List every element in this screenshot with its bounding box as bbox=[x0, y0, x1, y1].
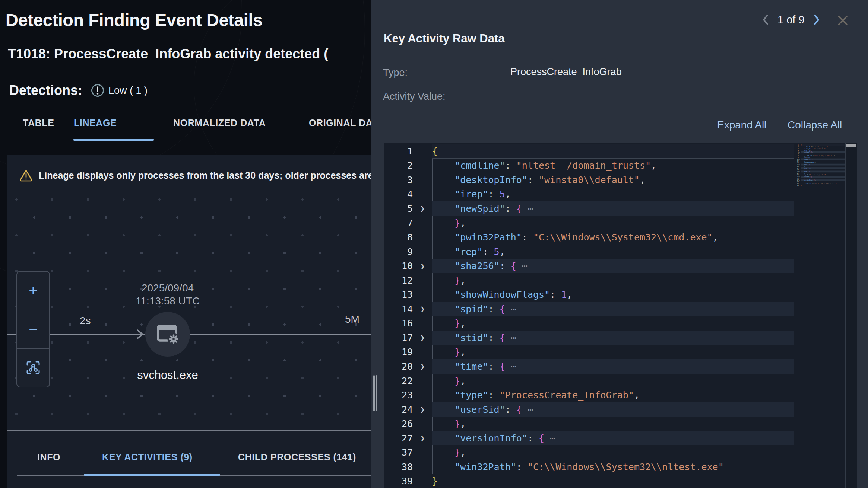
line-number: 12 bbox=[795, 160, 799, 162]
tab-key-activities[interactable]: KEY ACTIVITIES (9) bbox=[102, 452, 193, 463]
next-activity-button[interactable] bbox=[812, 13, 821, 26]
close-panel-button[interactable] bbox=[836, 14, 849, 27]
zoom-out-button[interactable]: − bbox=[17, 310, 49, 348]
line-number: 24 bbox=[795, 176, 799, 178]
panel-resize-handle[interactable] bbox=[376, 375, 377, 411]
expand-all-button[interactable]: Expand All bbox=[717, 119, 766, 131]
fold-chevron-icon[interactable]: ❯ bbox=[413, 333, 432, 342]
line-number: 23 bbox=[795, 175, 799, 176]
severity-count: ( 1 ) bbox=[130, 85, 148, 96]
line-number: 37 bbox=[795, 181, 799, 183]
line-number: 22 bbox=[795, 173, 799, 174]
detection-details-pane: Detection Finding Event Details T1018: P… bbox=[0, 0, 371, 488]
code-line: 9 "rep": 5, bbox=[384, 245, 794, 259]
line-number: 27 bbox=[795, 180, 799, 181]
chevron-right-icon bbox=[812, 13, 821, 26]
fit-view-button[interactable] bbox=[17, 348, 49, 387]
lineage-graph-canvas[interactable]: 2s 5M 2025/09/04 11:13:58 UTC bbox=[7, 192, 371, 430]
code-line-content: "pwin32Path": "C:\\Windows\\System32\\cm… bbox=[432, 230, 794, 245]
line-number: 13 bbox=[795, 162, 799, 164]
code-line-content: "desktopInfo": "winsta0\\default", bbox=[432, 173, 794, 187]
severity-level: Low bbox=[108, 85, 127, 96]
line-number: 4 bbox=[384, 189, 413, 200]
fold-chevron-icon[interactable]: ❯ bbox=[413, 204, 432, 213]
bottom-active-tab-indicator bbox=[84, 474, 220, 476]
detections-row: Detections: Low ( 1 ) bbox=[9, 83, 148, 98]
tab-child-processes[interactable]: CHILD PROCESSES (141) bbox=[238, 452, 356, 463]
line-number: 19 bbox=[384, 347, 413, 357]
line-number: 3 bbox=[795, 148, 799, 150]
timeline-duration-label: 2s bbox=[80, 315, 91, 327]
tab-lineage[interactable]: LINEAGE bbox=[74, 118, 117, 128]
code-line: 17❯ "stid": { ⋯ bbox=[384, 331, 794, 345]
code-line: 20❯ "time": { ⋯ bbox=[384, 359, 794, 374]
code-line-content: }, bbox=[432, 445, 794, 460]
warning-triangle-icon bbox=[19, 169, 33, 182]
fold-chevron-icon[interactable]: ❯ bbox=[413, 262, 432, 271]
timeline-arrow-icon bbox=[134, 328, 145, 341]
page-title: Detection Finding Event Details bbox=[6, 10, 263, 30]
fold-chevron-icon[interactable]: ❯ bbox=[413, 434, 432, 443]
code-line-content: "stid": { ⋯ bbox=[432, 331, 794, 345]
code-line: 12 }, bbox=[384, 273, 794, 288]
code-line-content: }, bbox=[432, 273, 794, 288]
code-line-content: } bbox=[801, 185, 845, 186]
editor-scrollbar-track[interactable] bbox=[845, 143, 857, 488]
node-time-utc: 11:13:58 UTC bbox=[112, 294, 224, 307]
code-line-content: "versionInfo": { ⋯ bbox=[432, 431, 794, 446]
process-name: svchost.exe bbox=[112, 369, 224, 382]
finding-title: T1018: ProcessCreate_InfoGrab activity d… bbox=[8, 46, 328, 62]
code-line-content: "newSpid": { ⋯ bbox=[432, 201, 794, 216]
fold-chevron-icon[interactable]: ❯ bbox=[413, 362, 432, 371]
code-line: 16 }, bbox=[384, 316, 794, 331]
line-number: 7 bbox=[384, 218, 413, 229]
zoom-in-button[interactable]: + bbox=[17, 272, 49, 310]
line-number: 24 bbox=[384, 404, 413, 415]
fold-chevron-icon[interactable]: ❯ bbox=[413, 405, 432, 414]
line-number: 3 bbox=[384, 175, 413, 185]
line-number: 39 bbox=[384, 476, 413, 487]
line-number: 19 bbox=[795, 169, 799, 170]
line-number: 10 bbox=[795, 159, 799, 160]
code-line-content: "sha256": { ⋯ bbox=[432, 259, 794, 273]
code-minimap[interactable]: 1{2 "cmdline": "nltest /domain_trusts",3… bbox=[795, 144, 846, 487]
code-line: 8 "pwin32Path": "C:\\Windows\\System32\\… bbox=[384, 230, 794, 245]
lineage-panel: Lineage displays only processes from the… bbox=[7, 155, 371, 488]
line-number: 26 bbox=[795, 178, 799, 179]
collapse-all-button[interactable]: Collapse All bbox=[788, 119, 842, 131]
code-line-content: "cmdline": "nltest /domain_trusts", bbox=[432, 159, 794, 173]
editor-scrollbar-thumb[interactable] bbox=[846, 144, 856, 147]
code-line: 39} bbox=[384, 474, 794, 488]
code-line: 23 "type": "ProcessCreate_InfoGrab", bbox=[384, 388, 794, 402]
code-line: 14❯ "spid": { ⋯ bbox=[384, 302, 794, 316]
process-node[interactable] bbox=[145, 312, 190, 357]
code-line: 5❯ "newSpid": { ⋯ bbox=[384, 201, 794, 216]
timeline-duration-label-right: 5M bbox=[345, 313, 359, 325]
pager-position: 1 of 9 bbox=[777, 14, 805, 26]
line-number: 9 bbox=[795, 157, 799, 159]
chevron-left-icon bbox=[761, 13, 770, 26]
tab-info[interactable]: INFO bbox=[37, 452, 60, 463]
code-line-content: "rep": 5, bbox=[432, 245, 794, 259]
fold-chevron-icon[interactable]: ❯ bbox=[413, 304, 432, 313]
close-icon bbox=[836, 14, 849, 27]
code-line: 39} bbox=[795, 185, 845, 186]
tab-table[interactable]: TABLE bbox=[23, 118, 54, 128]
activity-pager: 1 of 9 bbox=[761, 13, 821, 26]
tab-normalized-data[interactable]: NORMALIZED DATA bbox=[173, 118, 266, 128]
tab-original-data[interactable]: ORIGINAL DATA bbox=[309, 118, 371, 128]
line-number: 8 bbox=[795, 155, 799, 157]
line-number: 4 bbox=[795, 150, 799, 151]
code-line-content: "userSid": { ⋯ bbox=[432, 402, 794, 417]
code-line-content: "time": { ⋯ bbox=[432, 359, 794, 374]
line-number: 26 bbox=[384, 418, 413, 429]
line-number: 20 bbox=[384, 361, 413, 372]
json-code-viewer[interactable]: 1{2 "cmdline": "nltest /domain_trusts",3… bbox=[384, 143, 857, 488]
previous-activity-button[interactable] bbox=[761, 13, 770, 26]
line-number: 17 bbox=[384, 332, 413, 343]
line-number: 5 bbox=[384, 203, 413, 214]
type-value: ProcessCreate_InfoGrab bbox=[510, 66, 622, 78]
fit-view-icon bbox=[26, 360, 41, 375]
panel-resize-handle[interactable] bbox=[373, 375, 375, 411]
code-line-content: "showWindowFlags": 1, bbox=[432, 287, 794, 302]
